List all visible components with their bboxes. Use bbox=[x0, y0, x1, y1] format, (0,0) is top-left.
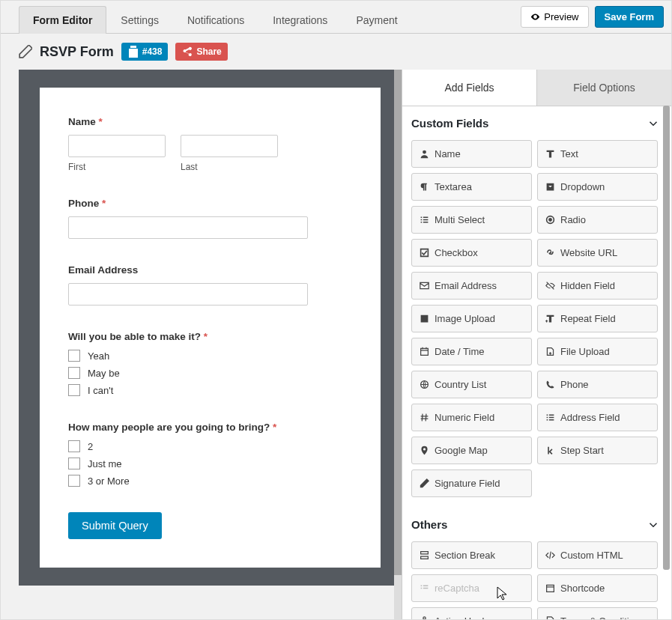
option-label: Yeah bbox=[88, 350, 109, 362]
field-type-step-start[interactable]: Step Start bbox=[537, 437, 658, 464]
field-type-label: Name bbox=[435, 148, 461, 159]
option-label: I can't bbox=[88, 385, 113, 396]
attend-option[interactable]: Yeah bbox=[68, 350, 352, 362]
preview-button[interactable]: Preview bbox=[521, 6, 588, 28]
nav-tab-payment[interactable]: Payment bbox=[342, 6, 411, 34]
chevron-down-icon bbox=[649, 119, 658, 128]
copy-icon bbox=[127, 46, 139, 58]
recap-icon bbox=[420, 583, 429, 593]
bring-label: How many people are you going to bring? … bbox=[68, 422, 352, 433]
checkbox-icon bbox=[68, 384, 80, 396]
option-label: May be bbox=[88, 368, 120, 379]
attend-option[interactable]: May be bbox=[68, 367, 352, 379]
field-type-label: reCaptcha bbox=[435, 583, 479, 594]
tab-field-options[interactable]: Field Options bbox=[536, 70, 671, 106]
form-title: RSVP Form bbox=[40, 44, 114, 60]
others-heading[interactable]: Others bbox=[411, 508, 658, 541]
name-label: Name * bbox=[68, 116, 352, 127]
submit-button[interactable]: Submit Query bbox=[68, 512, 162, 539]
field-phone[interactable]: Phone * bbox=[68, 198, 352, 239]
checkbox-icon bbox=[68, 475, 80, 487]
field-type-website-url[interactable]: Website URL bbox=[537, 239, 658, 267]
save-form-button[interactable]: Save Form bbox=[595, 6, 664, 28]
right-scrollbar[interactable] bbox=[661, 70, 671, 619]
field-type-hidden-field[interactable]: Hidden Field bbox=[537, 272, 658, 300]
form-canvas-area: Name * First Last Phone * bbox=[1, 70, 402, 619]
field-type-repeat-field[interactable]: Repeat Field bbox=[537, 305, 658, 332]
field-type-text[interactable]: Text bbox=[537, 140, 658, 168]
cal-icon bbox=[420, 347, 429, 356]
field-type-label: Signature Field bbox=[435, 478, 500, 489]
field-type-label: Textarea bbox=[435, 181, 472, 192]
field-type-label: Numeric Field bbox=[435, 412, 494, 423]
checkbox-icon bbox=[68, 440, 80, 452]
field-type-label: Text bbox=[560, 148, 578, 159]
field-type-date-time[interactable]: Date / Time bbox=[411, 338, 532, 365]
preview-label: Preview bbox=[544, 11, 578, 22]
nav-tab-notifications[interactable]: Notifications bbox=[173, 6, 258, 34]
attend-option[interactable]: I can't bbox=[68, 384, 352, 396]
submit-label: Submit Query bbox=[82, 520, 148, 532]
field-attend[interactable]: Will you be able to make it? * YeahMay b… bbox=[68, 331, 352, 396]
nav-tab-form-editor[interactable]: Form Editor bbox=[19, 6, 106, 34]
option-label: Just me bbox=[88, 458, 122, 469]
field-type-label: Step Start bbox=[560, 445, 604, 456]
field-type-image-upload[interactable]: Image Upload bbox=[411, 305, 532, 332]
field-type-label: Dropdown bbox=[560, 181, 605, 192]
pencil-icon bbox=[420, 478, 429, 488]
field-type-checkbox[interactable]: Checkbox bbox=[411, 239, 532, 267]
field-type-numeric-field[interactable]: Numeric Field bbox=[411, 404, 532, 431]
sidebar: Add Fields Field Options Custom Fields N… bbox=[402, 70, 671, 619]
field-type-shortcode[interactable]: Shortcode bbox=[537, 574, 658, 602]
para-icon bbox=[420, 182, 429, 192]
field-type-textarea[interactable]: Textarea bbox=[411, 173, 532, 201]
field-type-terms-conditions[interactable]: Terms & Conditions bbox=[537, 607, 658, 619]
field-type-address-field[interactable]: Address Field bbox=[537, 404, 658, 431]
phone-icon bbox=[545, 380, 555, 389]
field-type-phone[interactable]: Phone bbox=[537, 371, 658, 398]
bring-option[interactable]: Just me bbox=[68, 458, 352, 469]
email-input[interactable] bbox=[68, 283, 308, 306]
field-type-label: Website URL bbox=[560, 247, 617, 258]
first-name-input[interactable] bbox=[68, 135, 166, 157]
field-type-email-address[interactable]: Email Address bbox=[411, 272, 532, 300]
last-name-input[interactable] bbox=[181, 135, 278, 157]
text-icon bbox=[545, 149, 555, 159]
field-type-label: Image Upload bbox=[435, 313, 495, 324]
field-name[interactable]: Name * First Last bbox=[68, 116, 352, 172]
checkbox-icon bbox=[68, 367, 80, 379]
field-type-custom-html[interactable]: Custom HTML bbox=[537, 541, 658, 569]
field-type-signature-field[interactable]: Signature Field bbox=[411, 469, 532, 497]
field-type-label: Radio bbox=[560, 214, 586, 225]
field-type-label: Email Address bbox=[435, 280, 497, 291]
field-type-country-list[interactable]: Country List bbox=[411, 371, 532, 398]
field-type-radio[interactable]: Radio bbox=[537, 206, 658, 234]
field-email[interactable]: Email Address bbox=[68, 264, 352, 306]
hash-icon bbox=[420, 413, 429, 422]
left-scrollbar[interactable] bbox=[394, 70, 402, 619]
field-type-multi-select[interactable]: Multi Select bbox=[411, 206, 532, 234]
share-icon bbox=[181, 46, 193, 58]
pin-icon bbox=[420, 446, 429, 455]
link-icon bbox=[545, 248, 555, 258]
nav-tab-settings[interactable]: Settings bbox=[106, 6, 173, 34]
tab-add-fields[interactable]: Add Fields bbox=[402, 70, 536, 106]
field-bring[interactable]: How many people are you going to bring? … bbox=[68, 422, 352, 487]
field-type-file-upload[interactable]: File Upload bbox=[537, 338, 658, 365]
custom-fields-heading[interactable]: Custom Fields bbox=[411, 106, 658, 140]
field-type-dropdown[interactable]: Dropdown bbox=[537, 173, 658, 201]
field-type-section-break[interactable]: Section Break bbox=[411, 541, 532, 569]
nav-tab-integrations[interactable]: Integrations bbox=[258, 6, 342, 34]
bring-option[interactable]: 3 or More bbox=[68, 475, 352, 487]
file-icon bbox=[545, 347, 555, 356]
field-type-name[interactable]: Name bbox=[411, 140, 532, 168]
form-id-badge[interactable]: #438 bbox=[121, 43, 169, 61]
share-button[interactable]: Share bbox=[175, 43, 227, 61]
field-type-label: Address Field bbox=[560, 412, 620, 423]
bring-option[interactable]: 2 bbox=[68, 440, 352, 452]
field-type-action-hook[interactable]: Action Hook bbox=[411, 607, 532, 619]
field-type-google-map[interactable]: Google Map bbox=[411, 437, 532, 464]
caret-icon bbox=[545, 182, 555, 192]
phone-input[interactable] bbox=[68, 216, 308, 239]
share-label: Share bbox=[196, 46, 221, 57]
